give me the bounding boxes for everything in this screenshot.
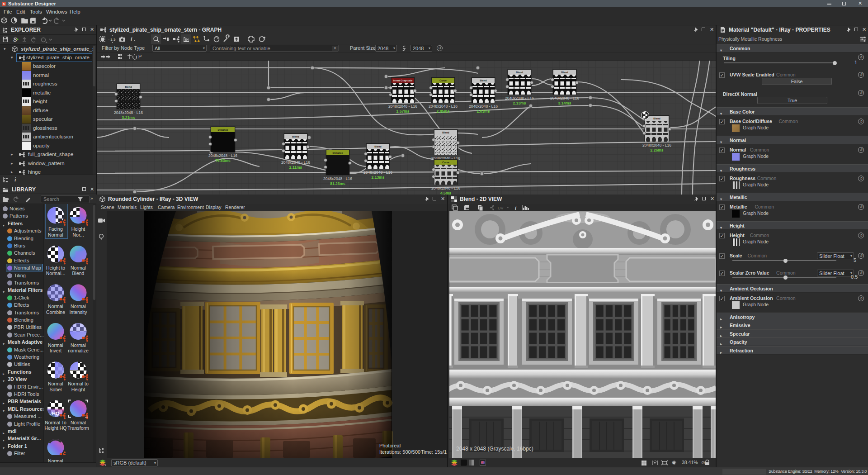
svg-text:Photoreal: Photoreal <box>379 443 401 448</box>
svg-text:Blend: Blend <box>480 79 486 82</box>
svg-text:Distance: Distance <box>333 152 343 154</box>
svg-text:UV: UV <box>498 206 504 210</box>
svg-text:2.03ms: 2.03ms <box>477 109 490 114</box>
svg-text:2048x2048 - L16: 2048x2048 - L16 <box>505 96 534 100</box>
svg-text:81.23ms: 81.23ms <box>330 181 345 186</box>
svg-text:Iterations: 500/500: Iterations: 500/500 <box>379 449 420 455</box>
svg-text:3.14ms: 3.14ms <box>558 101 571 105</box>
svg-text:i: i <box>131 36 132 43</box>
svg-text:2048x2048 - L16: 2048x2048 - L16 <box>431 186 460 190</box>
svg-text:2.26ms: 2.26ms <box>651 148 664 152</box>
svg-text:S: S <box>13 36 17 43</box>
svg-text:76.63ms: 76.63ms <box>215 158 231 163</box>
svg-text:3.21ms: 3.21ms <box>122 115 135 120</box>
svg-text:2048x2048 - L16: 2048x2048 - L16 <box>388 104 417 109</box>
svg-text:2048x2048 - L16: 2048x2048 - L16 <box>642 143 671 147</box>
svg-text:Blend: Blend <box>442 131 449 134</box>
svg-text:1.57ms: 1.57ms <box>396 109 410 114</box>
svg-text:i: i <box>515 205 517 211</box>
svg-text:Blend: Blend <box>653 117 660 120</box>
svg-text:Blend: Blend <box>374 145 381 148</box>
svg-text:Curve: Curve <box>442 161 449 164</box>
svg-text:Blend: Blend <box>561 71 568 74</box>
svg-text:2.85ms: 2.85ms <box>437 109 450 114</box>
svg-text:2.13ms: 2.13ms <box>513 101 526 105</box>
svg-text:4.5ms: 4.5ms <box>440 191 451 195</box>
svg-text:Invert Grayscale: Invert Grayscale <box>393 79 413 82</box>
svg-text:2048x2048 - L16: 2048x2048 - L16 <box>323 176 352 181</box>
svg-text:Blend: Blend <box>125 86 132 88</box>
svg-text:2048x2048 - L16: 2048x2048 - L16 <box>281 160 310 165</box>
svg-text:2048x2048 - L16: 2048x2048 - L16 <box>429 104 458 109</box>
svg-text:Blend: Blend <box>292 135 299 138</box>
svg-text:2048x2048 - L16: 2048x2048 - L16 <box>550 96 579 100</box>
svg-text:HQ: HQ <box>52 411 60 416</box>
svg-text:2.11ms: 2.11ms <box>289 165 302 170</box>
svg-text:1:1: 1:1 <box>110 38 116 42</box>
svg-text:2048x2048 - L16: 2048x2048 - L16 <box>469 104 498 109</box>
svg-text:Distance: Distance <box>218 128 228 131</box>
svg-text:Time: 15s/1m0s: Time: 15s/1m0s <box>421 449 447 455</box>
svg-text:2048x2048 - L16: 2048x2048 - L16 <box>363 170 392 175</box>
svg-text:2048x2048 - L16: 2048x2048 - L16 <box>208 153 237 158</box>
svg-text:2048x2048 - L16: 2048x2048 - L16 <box>114 110 143 115</box>
svg-text:Blend: Blend <box>516 71 523 74</box>
svg-text:Curve: Curve <box>439 79 447 82</box>
svg-text:2.13ms: 2.13ms <box>372 175 385 180</box>
